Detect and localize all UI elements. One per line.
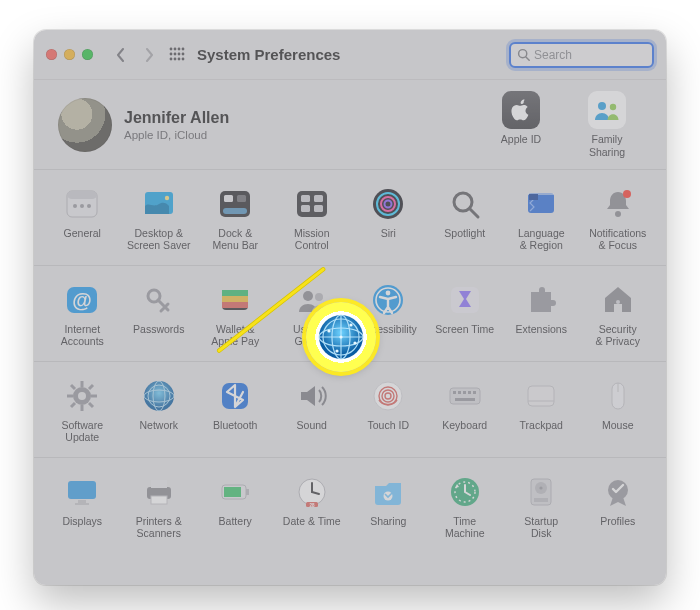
pref-siri[interactable]: Siri [350,182,427,251]
svg-rect-88 [78,500,86,503]
pref-displays[interactable]: Displays [44,470,121,539]
pref-profiles[interactable]: Profiles [580,470,657,539]
search-field[interactable] [509,42,654,68]
back-button[interactable] [107,42,135,68]
mission-icon [292,184,332,224]
pref-trackpad[interactable]: Trackpad [503,374,580,443]
svg-rect-27 [297,191,327,217]
grid-icon [169,47,185,63]
apple-logo-icon [511,98,531,122]
pref-screen-time[interactable]: Screen Time [427,278,504,347]
search-icon [517,48,530,61]
svg-rect-24 [224,195,233,202]
badge-icon [598,472,638,512]
svg-rect-40 [529,194,538,200]
user-subtitle: Apple ID, iCloud [124,129,229,141]
display-icon [62,472,102,512]
show-all-button[interactable] [163,42,191,68]
pref-label: Startup Disk [524,516,558,539]
svg-rect-47 [222,290,248,296]
family-sharing-pref[interactable]: Family Sharing [578,91,636,157]
pref-label: Notifications & Focus [589,228,646,251]
svg-point-50 [303,291,313,301]
pref-label: General [64,228,101,250]
pref-users-groups[interactable]: Users & Groups [274,278,351,347]
svg-point-1 [174,47,177,50]
svg-point-4 [170,52,173,55]
pref-sound[interactable]: Sound [274,374,351,443]
svg-point-15 [610,104,616,110]
svg-rect-92 [151,496,167,504]
pref-time-machine[interactable]: Time Machine [427,470,504,539]
pref-mouse[interactable]: Mouse [580,374,657,443]
pref-desktop[interactable]: Desktop & Screen Saver [121,182,198,251]
pref-sharing[interactable]: Sharing [350,470,427,539]
minimize-window-button[interactable] [64,49,75,60]
pref-label: Date & Time [283,516,341,538]
pref-label: Passwords [133,324,184,346]
bell-icon [598,184,638,224]
pref-keyboard[interactable]: Keyboard [427,374,504,443]
svg-point-5 [174,52,177,55]
hourglass-icon [445,280,485,320]
pref-extensions[interactable]: Extensions [503,278,580,347]
pref-accessibility[interactable]: Accessibility [350,278,427,347]
pref-passwords[interactable]: Passwords [121,278,198,347]
pref-label: Desktop & Screen Saver [127,228,191,251]
pref-general[interactable]: General [44,182,121,251]
dock-icon [215,184,255,224]
svg-point-56 [616,300,620,304]
pref-bluetooth[interactable]: Bluetooth [197,374,274,443]
svg-rect-79 [463,391,466,394]
pref-dock[interactable]: Dock & Menu Bar [197,182,274,251]
svg-rect-49 [222,302,248,308]
apple-id-pref[interactable]: Apple ID [492,91,550,157]
pref-startup-disk[interactable]: Startup Disk [503,470,580,539]
window-title: System Preferences [197,46,340,63]
pref-internet-accounts[interactable]: @Internet Accounts [44,278,121,347]
svg-point-42 [623,190,631,198]
svg-point-3 [182,47,185,50]
close-window-button[interactable] [46,49,57,60]
user-name: Jennifer Allen [124,109,229,127]
zoom-window-button[interactable] [82,49,93,60]
keyboard-icon [445,376,485,416]
family-sharing-icon [592,98,622,122]
battery-icon [215,472,255,512]
pref-wallet[interactable]: Wallet & Apple Pay [197,278,274,347]
pref-touch-id[interactable]: Touch ID [350,374,427,443]
user-identity[interactable]: Jennifer Allen Apple ID, iCloud [124,109,229,141]
titlebar: System Preferences [34,30,666,80]
svg-point-54 [386,291,391,296]
search-input[interactable] [534,48,646,62]
svg-point-9 [174,57,177,60]
svg-point-0 [170,47,173,50]
pref-mission-control[interactable]: Mission Control [274,182,351,251]
pref-label: Internet Accounts [61,324,104,347]
pref-label: Time Machine [445,516,485,539]
window-controls [46,49,93,60]
network-icon [139,376,179,416]
clock-icon: 28 [292,472,332,512]
fingerprint-icon [368,376,408,416]
svg-line-62 [71,385,75,389]
svg-rect-29 [314,195,323,202]
pref-security-privacy[interactable]: Security & Privacy [580,278,657,347]
svg-rect-17 [67,191,97,199]
pref-label: Accessibility [360,324,417,346]
svg-rect-80 [468,391,471,394]
pref-network[interactable]: Network [121,374,198,443]
pref-language-region[interactable]: Language & Region [503,182,580,251]
pref-notifications[interactable]: Notifications & Focus [580,182,657,251]
pref-printers-scanners[interactable]: Printers & Scanners [121,470,198,539]
pref-date-time[interactable]: 28Date & Time [274,470,351,539]
user-avatar[interactable] [58,98,112,152]
trackpad-icon [521,376,561,416]
pref-software-update[interactable]: Software Update [44,374,121,443]
forward-button[interactable] [135,42,163,68]
pref-battery[interactable]: Battery [197,470,274,539]
pref-spotlight[interactable]: Spotlight [427,182,504,251]
svg-line-37 [470,209,478,217]
svg-point-106 [540,487,543,490]
svg-rect-78 [458,391,461,394]
